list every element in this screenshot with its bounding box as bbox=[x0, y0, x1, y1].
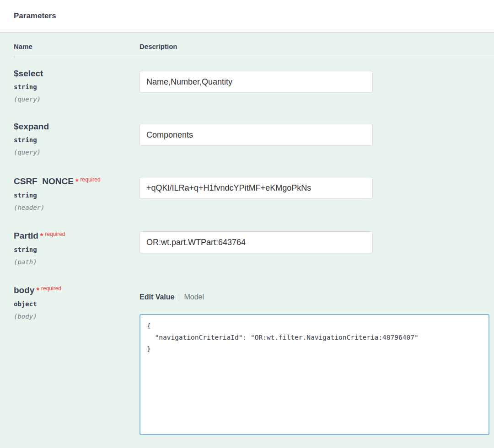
table-row: body*required object (body) Edit Value M… bbox=[14, 272, 494, 448]
param-name-csrf-nonce: CSRF_NONCE*required bbox=[14, 175, 140, 187]
table-row: PartId*required string (path) bbox=[14, 218, 494, 272]
tab-divider bbox=[179, 293, 179, 301]
param-location: (header) bbox=[14, 204, 140, 212]
param-location: (body) bbox=[14, 313, 140, 320]
partid-value-input[interactable] bbox=[140, 231, 373, 253]
param-type: string bbox=[14, 246, 140, 254]
required-star: * bbox=[75, 177, 79, 186]
body-editor-tabs: Edit Value Model bbox=[140, 293, 489, 302]
required-badge: required bbox=[45, 231, 65, 237]
required-badge: required bbox=[81, 176, 101, 183]
param-location: (path) bbox=[14, 258, 140, 266]
param-location: (query) bbox=[14, 149, 140, 156]
param-name-select: $select bbox=[14, 69, 140, 79]
required-star: * bbox=[40, 232, 43, 240]
table-row: $select string (query) bbox=[14, 57, 494, 111]
table-row: $expand string (query) bbox=[14, 110, 494, 163]
body-value-textarea[interactable]: { "navigationCriteriaId": "OR:wt.filter.… bbox=[140, 314, 489, 435]
required-badge: required bbox=[41, 285, 61, 292]
param-name-expand: $expand bbox=[14, 122, 140, 132]
column-header-name: Name bbox=[14, 32, 140, 57]
column-header-description: Description bbox=[140, 32, 494, 57]
param-name-partid: PartId*required bbox=[14, 229, 140, 241]
param-type: string bbox=[14, 192, 140, 199]
expand-value-input[interactable] bbox=[140, 124, 373, 146]
tab-model[interactable]: Model bbox=[184, 293, 204, 301]
table-row: CSRF_NONCE*required string (header) bbox=[14, 163, 494, 218]
param-name-body: body*required bbox=[14, 283, 140, 296]
param-type: object bbox=[14, 300, 140, 308]
tab-edit-value[interactable]: Edit Value bbox=[140, 293, 174, 301]
parameters-title: Parameters bbox=[14, 11, 56, 21]
required-star: * bbox=[36, 286, 39, 295]
parameters-table: Name Description $select string (query) … bbox=[14, 32, 494, 448]
table-header-row: Name Description bbox=[14, 32, 494, 57]
param-type: string bbox=[14, 83, 140, 91]
param-type: string bbox=[14, 136, 140, 144]
parameters-header: Parameters bbox=[0, 0, 494, 32]
csrf-nonce-value-input[interactable] bbox=[140, 177, 373, 199]
parameters-section: Parameters Name Description $select stri… bbox=[0, 0, 494, 448]
param-location: (query) bbox=[14, 96, 140, 103]
select-value-input[interactable] bbox=[140, 71, 373, 93]
